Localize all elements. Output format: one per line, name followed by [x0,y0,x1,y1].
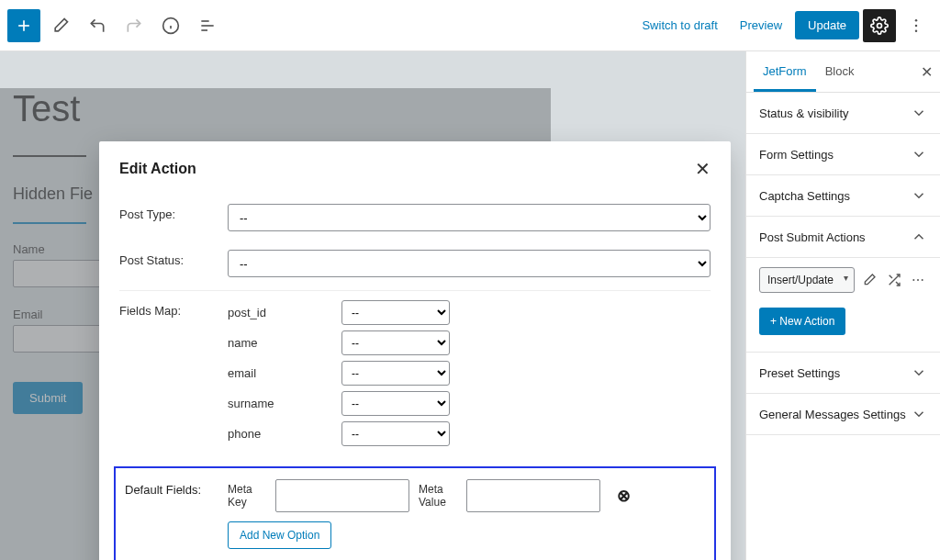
post-type-select[interactable]: -- [228,204,711,231]
panel-label: Form Settings [759,148,834,162]
new-action-button[interactable]: + New Action [759,308,845,335]
fieldmap-row: name -- [228,330,711,355]
svg-point-16 [917,279,919,281]
fieldmap-name: phone [228,427,341,441]
tab-jetform[interactable]: JetForm [754,51,816,92]
settings-button[interactable] [863,9,896,42]
chevron-up-icon [911,229,927,245]
fields-map-list: post_id -- name -- email -- surname [228,300,711,452]
post-type-label: Post Type: [119,204,228,221]
fieldmap-name: name [228,336,341,350]
toolbar-right: Switch to draft Preview Update [632,9,933,42]
remove-option-icon[interactable]: ⊗ [617,486,631,506]
panel-label: Captcha Settings [759,189,850,203]
svg-point-9 [915,18,918,21]
meta-value-label: Meta Value [419,483,457,510]
preview-link[interactable]: Preview [731,13,791,38]
sidebar-close-icon[interactable]: ✕ [921,63,933,81]
svg-point-15 [912,279,914,281]
action-type-label: Insert/Update [767,274,834,286]
outline-button[interactable] [191,9,224,42]
panel-label: Preset Settings [759,366,840,380]
tab-block[interactable]: Block [816,51,864,92]
row-post-type: Post Type: -- [119,195,711,241]
undo-button[interactable] [81,9,114,42]
modal-body: Post Type: -- Post Status: -- Fields Map… [99,189,731,560]
shuffle-icon[interactable] [884,268,902,292]
panel-form-settings[interactable]: Form Settings [746,134,940,175]
fieldmap-row: phone -- [228,421,711,446]
chevron-down-icon [911,187,927,204]
chevron-down-icon [911,406,927,422]
default-fields-controls: Meta Key Meta Value ⊗ Add New Option [228,479,631,549]
fieldmap-row: post_id -- [228,300,711,325]
svg-point-10 [915,24,918,27]
fieldmap-row: surname -- [228,391,711,416]
update-button[interactable]: Update [795,11,859,39]
modal-title: Edit Action [119,161,196,177]
more-options-button[interactable] [900,9,933,42]
close-icon[interactable]: ✕ [695,158,711,180]
panel-label: Status & visibility [759,106,849,120]
edit-icon[interactable] [44,9,77,42]
modal-header: Edit Action ✕ [99,141,731,189]
editor-column: Test Hidden Fie Name Email Submit [0,51,745,560]
chevron-down-icon [911,364,927,381]
fieldmap-name: surname [228,397,341,410]
main-area: Test Hidden Fie Name Email Submit [0,51,940,560]
sidebar-tabs: JetForm Block ✕ [746,51,940,93]
fieldmap-select-phone[interactable]: -- [341,421,450,446]
panel-preset[interactable]: Preset Settings [746,353,940,394]
default-fields-highlight: Default Fields: Meta Key Meta Value ⊗ Ad… [114,466,716,560]
meta-value-input[interactable] [466,479,600,512]
fieldmap-name: email [228,366,341,380]
switch-to-draft-link[interactable]: Switch to draft [632,13,726,38]
svg-point-11 [915,29,918,32]
redo-button[interactable] [118,9,151,42]
edit-action-icon[interactable] [860,268,878,292]
edit-action-modal: Edit Action ✕ Post Type: -- Post Status:… [99,141,731,560]
chevron-down-icon [911,146,927,162]
info-button[interactable] [154,9,187,42]
panel-label: General Messages Settings [759,408,906,421]
fieldmap-select-surname[interactable]: -- [341,391,450,416]
action-chip: Insert/Update [759,267,927,293]
chevron-down-icon [911,105,927,121]
meta-pair: Meta Key Meta Value ⊗ [228,479,631,512]
svg-point-8 [878,23,882,28]
fields-map-label: Fields Map: [119,300,228,318]
panel-captcha[interactable]: Captcha Settings [746,175,940,217]
meta-key-label: Meta Key [228,483,266,510]
panel-status[interactable]: Status & visibility [746,93,940,134]
fieldmap-row: email -- [228,361,711,386]
add-new-option-button[interactable]: Add New Option [228,521,331,549]
row-post-status: Post Status: -- [119,241,711,291]
fieldmap-name: post_id [228,306,341,319]
svg-line-14 [889,275,891,278]
add-block-button[interactable] [7,9,40,42]
panel-post-submit[interactable]: Post Submit Actions [746,217,940,258]
toolbar-left [7,9,224,42]
fieldmap-select-name[interactable]: -- [341,330,450,355]
meta-key-input[interactable] [275,479,409,512]
default-fields-label: Default Fields: [125,479,228,497]
row-fields-map: Fields Map: post_id -- name -- email -- [119,291,711,461]
post-status-select[interactable]: -- [228,250,711,277]
action-type-select[interactable]: Insert/Update [759,267,855,293]
more-icon[interactable] [909,268,927,292]
fieldmap-select-email[interactable]: -- [341,361,450,386]
svg-point-17 [921,279,923,281]
settings-sidebar: JetForm Block ✕ Status & visibility Form… [745,51,940,560]
panel-general-messages[interactable]: General Messages Settings [746,394,940,435]
fieldmap-select-post-id[interactable]: -- [341,300,450,325]
row-default-fields: Default Fields: Meta Key Meta Value ⊗ Ad… [125,479,705,549]
post-status-label: Post Status: [119,250,228,267]
editor-toolbar: Switch to draft Preview Update [0,0,940,51]
panel-post-submit-body: Insert/Update + New Action [746,258,940,353]
panel-label: Post Submit Actions [759,230,866,244]
